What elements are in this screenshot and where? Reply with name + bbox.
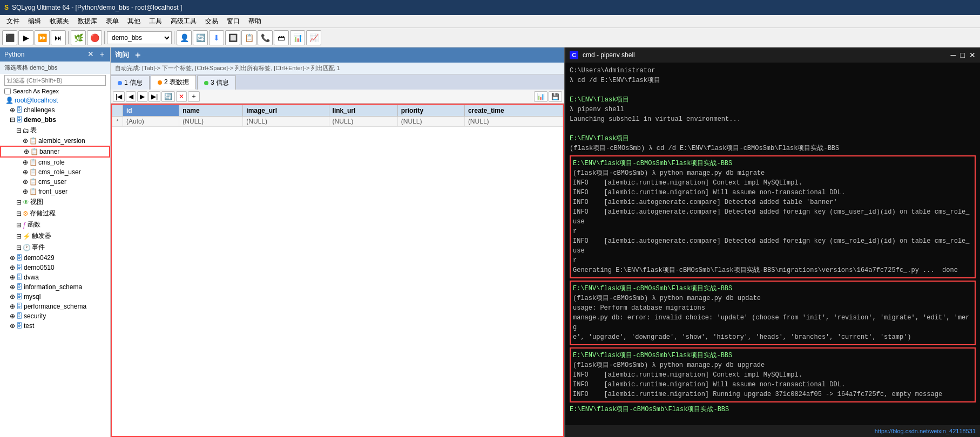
menu-item-5[interactable]: 其他 (123, 16, 145, 27)
cell-name[interactable]: (NULL) (179, 117, 243, 127)
col-header-priority[interactable]: priority (397, 105, 464, 117)
tree-item-triggers[interactable]: ⊟ ⚡ 触发器 (0, 230, 110, 242)
menu-item-10[interactable]: 帮助 (244, 16, 266, 27)
db-icon-demo0510: ⊕ (10, 264, 15, 271)
tree-item-challenges[interactable]: ⊕ 🗄 challenges (0, 105, 110, 115)
cmd-box2-line-3: usage: Perform database migrations (573, 303, 972, 313)
menu-item-7[interactable]: 高级工具 (166, 16, 201, 27)
tree-item-demo-bbs[interactable]: ⊟ 🗄 demo_bbs (0, 115, 110, 125)
toolbar-btn-3[interactable]: ⏩ (35, 30, 50, 45)
tree-item-cms-role[interactable]: ⊕ 📋 cms_role (0, 158, 110, 167)
toolbar-btn-9[interactable]: 🔲 (225, 30, 240, 45)
cell-link-url[interactable]: (NULL) (329, 117, 397, 127)
cmd-minimize-btn[interactable]: ─ (951, 51, 956, 59)
rtb-last-btn[interactable]: ▶| (148, 91, 160, 102)
toolbar-btn-10[interactable]: 📋 (241, 30, 256, 45)
tree-item-root[interactable]: 👤 root@localhost (0, 95, 110, 105)
rtb-col-select-btn[interactable]: 📊 (534, 91, 548, 102)
rtb-add-row-btn[interactable]: ＋ (188, 91, 200, 102)
search-regex-row: Search As Regex (0, 87, 110, 95)
toolbar-separator-3 (174, 31, 174, 44)
db-icon-challenges: ⊕ (10, 106, 15, 114)
menu-item-1[interactable]: 编辑 (24, 16, 45, 27)
tree-item-cms-role-user[interactable]: ⊕ 📋 cms_role_user (0, 167, 110, 177)
toolbar-btn-user[interactable]: 👤 (177, 30, 192, 45)
tab-info-1[interactable]: 1 信息 (111, 76, 150, 90)
toolbar-btn-14[interactable]: 📈 (306, 30, 321, 45)
tree-label-tables: 表 (30, 126, 37, 135)
cell-priority[interactable]: (NULL) (397, 117, 464, 127)
rtb-next-btn[interactable]: ▶ (137, 91, 147, 102)
menu-item-9[interactable]: 窗口 (222, 16, 244, 27)
toolbar-separator-2 (104, 31, 105, 44)
col-header-id[interactable]: id (123, 105, 179, 117)
tab-info-3[interactable]: 3 信息 (197, 76, 236, 90)
toolbar-btn-11[interactable]: 📞 (258, 30, 273, 45)
tree-item-perf-schema[interactable]: ⊕ 🗄 performance_schema (0, 302, 110, 311)
toolbar-btn-13[interactable]: 📊 (290, 30, 305, 45)
toolbar-btn-5[interactable]: 🌿 (71, 30, 86, 45)
menu-item-2[interactable]: 收藏夹 (45, 16, 73, 27)
menu-item-6[interactable]: 工具 (145, 16, 166, 27)
cell-id[interactable]: (Auto) (123, 117, 179, 127)
tree-item-alembic[interactable]: ⊕ 📋 alembic_version (0, 136, 110, 146)
tree-item-views[interactable]: ⊟ 👁 视图 (0, 196, 110, 208)
toolbar-btn-6[interactable]: 🔴 (87, 30, 102, 45)
rtb-export-btn[interactable]: 💾 (549, 91, 562, 102)
toolbar-btn-1[interactable]: ⬛ (2, 30, 17, 45)
tab-dot-3 (204, 81, 208, 85)
rtb-prev-btn[interactable]: ◀ (126, 91, 136, 102)
table-icon-banner: 📋 (30, 148, 38, 155)
tree-item-front-user[interactable]: ⊕ 📋 front_user (0, 187, 110, 196)
panel-close-btn[interactable]: ✕ (87, 50, 94, 59)
tab-table-data[interactable]: 2 表数据 (151, 75, 196, 90)
tree-label-alembic: alembic_version (38, 137, 85, 145)
col-header-image-url[interactable]: image_url (243, 105, 329, 117)
menu-item-4[interactable]: 表单 (102, 16, 123, 27)
rtb-refresh-btn[interactable]: 🔄 (161, 91, 175, 102)
col-header-link-url[interactable]: link_url (329, 105, 397, 117)
tree-item-tables-folder[interactable]: ⊟ 🗂 表 (0, 125, 110, 136)
tree-item-test[interactable]: ⊕ 🗄 test (0, 321, 110, 331)
add-query-tab-btn[interactable]: ＋ (133, 50, 142, 61)
tree-item-cms-user[interactable]: ⊕ 📋 cms_user (0, 177, 110, 187)
rtb-first-btn[interactable]: |◀ (113, 91, 125, 102)
table-expand-cms-role: ⊕ (23, 159, 28, 166)
tree-item-dvwa[interactable]: ⊕ 🗄 dvwa (0, 272, 110, 282)
toolbar-btn-8[interactable]: ⬇ (209, 30, 224, 45)
tree-item-demo0510[interactable]: ⊕ 🗄 demo0510 (0, 263, 110, 272)
cmd-close-btn[interactable]: ✕ (969, 51, 976, 59)
rtb-delete-btn[interactable]: ✕ (176, 91, 187, 102)
tree-item-functions[interactable]: ⊟ ƒ 函数 (0, 219, 110, 230)
search-regex-checkbox[interactable] (4, 88, 11, 94)
tree-item-demo0429[interactable]: ⊕ 🗄 demo0429 (0, 253, 110, 263)
col-header-create-time[interactable]: create_time (464, 105, 563, 117)
cmd-restore-btn[interactable]: □ (961, 51, 965, 59)
toolbar-btn-7[interactable]: 🔄 (193, 30, 208, 45)
db-icon-perf-schema: ⊕ (10, 303, 15, 310)
tree-item-security[interactable]: ⊕ 🗄 security (0, 311, 110, 321)
cmd-line-5: Launching subshell in virtual environmen… (570, 114, 976, 124)
tree-item-info-schema[interactable]: ⊕ 🗄 information_schema (0, 282, 110, 292)
menu-item-8[interactable]: 交易 (201, 16, 222, 27)
db-icon-dvwa: ⊕ (10, 274, 15, 281)
tree-item-mysql[interactable]: ⊕ 🗄 mysql (0, 292, 110, 302)
toolbar-btn-2[interactable]: ▶ (18, 30, 33, 45)
cmd-final-path: E:\ENV\flask项目-cBMOsSmb\Flask项目实战-BBS (570, 405, 976, 414)
col-header-name[interactable]: name (179, 105, 243, 117)
tree-item-banner[interactable]: ⊕ 📋 banner (0, 146, 110, 158)
cell-image-url[interactable]: (NULL) (243, 117, 329, 127)
menu-item-0[interactable]: 文件 (2, 16, 24, 27)
tree-item-events[interactable]: ⊟ 🕐 事件 (0, 242, 110, 253)
menu-item-3[interactable]: 数据库 (73, 16, 102, 27)
cmd-box1-line-4: INFO [alembic.runtime.migration] Will as… (573, 188, 972, 197)
tree-item-procedures[interactable]: ⊟ ⚙ 存储过程 (0, 208, 110, 219)
filter-input[interactable] (4, 75, 106, 86)
cell-create-time[interactable]: (NULL) (464, 117, 563, 127)
db-selector[interactable]: demo_bbs (107, 31, 172, 44)
tree-label-mysql: mysql (24, 293, 40, 301)
toolbar-btn-12[interactable]: 🗃 (274, 30, 289, 45)
panel-add-btn[interactable]: ＋ (98, 50, 106, 59)
toolbar-btn-4[interactable]: ⏭ (51, 30, 66, 45)
cmd-box1-line-7b: r (573, 256, 972, 265)
